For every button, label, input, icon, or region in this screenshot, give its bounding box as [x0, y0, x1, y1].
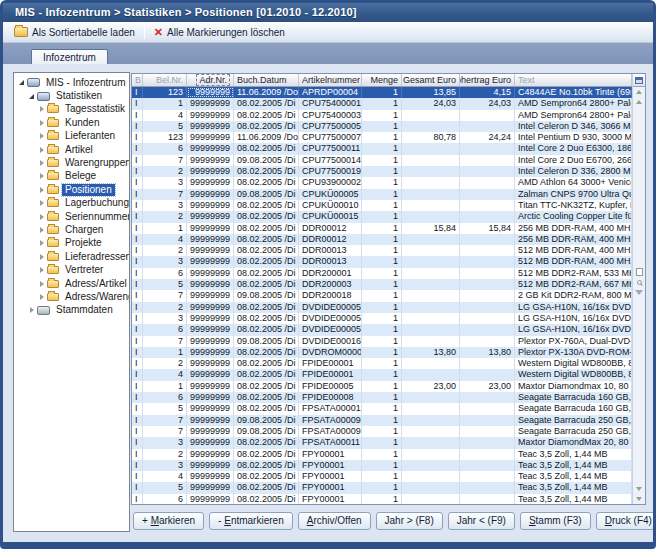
table-row[interactable]: I39999999908.02.2005 /DiFPSATA000111Maxt…	[132, 437, 632, 448]
tree-collapsed-arrow-icon[interactable]	[37, 254, 46, 260]
table-row[interactable]: I1239999999911.06.2009 /DoCPU77500007180…	[132, 132, 632, 143]
table-row[interactable]: I49999999908.02.2005 /DiDDR000121256 MB …	[132, 234, 632, 245]
table-row[interactable]: I29999999908.02.2005 /DiFPY000011Teac 3,…	[132, 449, 632, 460]
table-row[interactable]: I29999999908.02.2005 /DiCPU775000191Inte…	[132, 166, 632, 177]
tree-collapsed-arrow-icon[interactable]	[27, 307, 36, 313]
table-row[interactable]: I79999999909.08.2005 /DiFPSATA000091Seag…	[132, 415, 632, 426]
table-row[interactable]: I69999999908.02.2005 /DiDDR2000011512 MB…	[132, 268, 632, 279]
table-row[interactable]: I49999999908.02.2005 /DiCPU754000031AMD …	[132, 110, 632, 121]
table-row[interactable]: I69999999908.02.2005 /DiFPY000011Teac 3,…	[132, 494, 632, 505]
tree-collapsed-arrow-icon[interactable]	[37, 281, 46, 287]
tree-item-chargen[interactable]: Chargen	[14, 223, 129, 236]
table-row[interactable]: I69999999908.02.2005 /DiCPU775000111Inte…	[132, 143, 632, 154]
scroll-top-icon[interactable]	[636, 87, 642, 97]
grid-scroll-strip[interactable]	[632, 74, 645, 504]
tree-item-projekte[interactable]: Projekte	[14, 237, 129, 250]
tree-item-positionen[interactable]: Positionen	[14, 183, 129, 196]
tree-collapsed-arrow-icon[interactable]	[37, 240, 46, 246]
table-row[interactable]: I79999999909.08.2005 /DiDDR20001812 GB K…	[132, 290, 632, 301]
tree-expanded-arrow-icon[interactable]	[17, 80, 26, 85]
tree-item-lieferadressen[interactable]: Lieferadressen	[14, 250, 129, 263]
tree-expanded-arrow-icon[interactable]	[27, 94, 36, 99]
tree-item-belege[interactable]: Belege	[14, 170, 129, 183]
table-row[interactable]: I29999999908.02.2005 /DiDVDIDE000051LG G…	[132, 302, 632, 313]
filter-icon[interactable]	[635, 287, 643, 297]
table-row[interactable]: I49999999908.02.2005 /DiFPIDE000011Weste…	[132, 369, 632, 380]
table-row[interactable]: I79999999909.08.2005 /DiCPU775000141Inte…	[132, 155, 632, 166]
table-row[interactable]: I69999999908.02.2005 /DiDVDIDE000051LG G…	[132, 324, 632, 335]
tree-collapsed-arrow-icon[interactable]	[37, 214, 46, 220]
table-row[interactable]: I123999999911.06.2009 /DoAPRDP00004113,8…	[132, 87, 632, 98]
table-row[interactable]: I19999999908.02.2005 /DiDDR00012115,8415…	[132, 223, 632, 234]
table-row[interactable]: I59999999908.02.2005 /DiDDR2000031512 MB…	[132, 279, 632, 290]
archive-open-button[interactable]: Archiv/Offen	[298, 512, 371, 530]
tree-collapsed-arrow-icon[interactable]	[37, 133, 46, 139]
column-header-b[interactable]: B	[132, 74, 143, 86]
tree-item-lieferanten[interactable]: Lieferanten	[14, 130, 129, 143]
table-row[interactable]: I39999999908.02.2005 /DiDDR000131512 MB …	[132, 256, 632, 267]
tree-item-warengruppen[interactable]: Warengruppen	[14, 156, 129, 169]
column-header-menge[interactable]: Menge	[362, 74, 402, 86]
column-header-rohertrag-euro[interactable]: Rohertrag Euro	[460, 74, 515, 86]
tree-item-artikel[interactable]: Artikel	[14, 143, 129, 156]
tree-collapsed-arrow-icon[interactable]	[37, 267, 46, 273]
page-icon[interactable]	[636, 267, 643, 277]
table-row[interactable]: I39999999908.02.2005 /DiDVDIDE000051LG G…	[132, 313, 632, 324]
tree-item-stammdaten[interactable]: Stammdaten	[14, 304, 129, 317]
table-row[interactable]: I39999999908.02.2005 /DiCPU939000021AMD …	[132, 177, 632, 188]
print-button[interactable]: Druck (F4)	[596, 512, 656, 530]
table-row[interactable]: I59999999908.02.2005 /DiCPU775000051Inte…	[132, 121, 632, 132]
table-row[interactable]: I79999999909.08.2005 /DiDVDIDE000161Plex…	[132, 336, 632, 347]
table-row[interactable]: I69999999908.02.2005 /DiFPIDE000081Seaga…	[132, 392, 632, 403]
tree-item-statistiken[interactable]: Statistiken	[14, 89, 129, 102]
clear-marks-button[interactable]: ✕ Alle Markierungen löschen	[148, 25, 291, 40]
tree-collapsed-arrow-icon[interactable]	[37, 106, 46, 112]
table-row[interactable]: I29999999908.02.2005 /DiDDR000131512 MB …	[132, 245, 632, 256]
table-row[interactable]: I29999999908.02.2005 /DiFPIDE000011Weste…	[132, 358, 632, 369]
scroll-up-icon[interactable]	[636, 97, 642, 107]
tree-item-adress-warengruppen[interactable]: Adress/Warengruppen	[14, 290, 129, 303]
table-row[interactable]: I19999999908.02.2005 /DiFPIDE00005123,00…	[132, 381, 632, 392]
tree-item-tagesstatistik[interactable]: Tagesstatistik	[14, 103, 129, 116]
table-row[interactable]: I49999999908.02.2005 /DiFPY000011Teac 3,…	[132, 471, 632, 482]
tree-collapsed-arrow-icon[interactable]	[37, 160, 46, 166]
search-icon[interactable]	[637, 277, 642, 287]
table-row[interactable]: I29999999908.02.2005 /DiCPUKÜ000151Arcti…	[132, 211, 632, 222]
tree-item-seriennummern[interactable]: Seriennummern	[14, 210, 129, 223]
tree-collapsed-arrow-icon[interactable]	[37, 200, 46, 206]
column-header-bel-nr[interactable]: Bel.Nr.	[143, 74, 187, 86]
tree-collapsed-arrow-icon[interactable]	[37, 147, 46, 153]
scroll-down-icon[interactable]	[636, 484, 642, 494]
table-row[interactable]: I39999999908.02.2005 /DiCPUKÜ000101Titan…	[132, 200, 632, 211]
scroll-bottom-icon[interactable]	[636, 494, 642, 504]
unmark-button[interactable]: - Entmarkieren	[209, 512, 293, 530]
table-row[interactable]: I79999999909.08.2005 /DiFPSATA000091Seag…	[132, 426, 632, 437]
column-header-gesamt-euro[interactable]: Gesamt Euro	[402, 74, 460, 86]
tree-item-mis-infozentrum[interactable]: MIS - Infozentrum	[14, 76, 129, 89]
load-sort-table-button[interactable]: Als Sortiertabelle laden	[8, 25, 141, 40]
column-header-adr-nr[interactable]: Adr.Nr.	[187, 74, 234, 86]
table-row[interactable]: I79999999909.08.2005 /DiCPUKÜ000051Zalma…	[132, 189, 632, 200]
year-next-button[interactable]: Jahr > (F8)	[376, 512, 443, 530]
tree-collapsed-arrow-icon[interactable]	[37, 294, 46, 300]
title-bar[interactable]: MIS - Infozentrum > Statistiken > Positi…	[3, 3, 653, 22]
mark-button[interactable]: + Markieren	[133, 512, 204, 530]
tree-collapsed-arrow-icon[interactable]	[37, 173, 46, 179]
tree-item-vertreter[interactable]: Vertreter	[14, 263, 129, 276]
table-row[interactable]: I59999999908.02.2005 /DiFPSATA000011Seag…	[132, 403, 632, 414]
tree-collapsed-arrow-icon[interactable]	[37, 187, 46, 193]
tree-collapsed-arrow-icon[interactable]	[37, 120, 46, 126]
tree-item-adress-artikel[interactable]: Adress/Artikel	[14, 277, 129, 290]
column-header-text[interactable]: Text	[515, 74, 632, 86]
column-header-buch-datum[interactable]: Buch.Datum	[234, 74, 299, 86]
table-row[interactable]: I59999999908.02.2005 /DiFPY000011Teac 3,…	[132, 482, 632, 493]
table-row[interactable]: I19999999908.02.2005 /DiCPU75400001124,0…	[132, 98, 632, 109]
tree-item-lagerbuchungen[interactable]: Lagerbuchungen	[14, 197, 129, 210]
tree-collapsed-arrow-icon[interactable]	[37, 227, 46, 233]
table-row[interactable]: I39999999908.02.2005 /DiFPY000011Teac 3,…	[132, 460, 632, 471]
column-chooser-button[interactable]	[633, 74, 646, 87]
year-prev-button[interactable]: Jahr < (F9)	[448, 512, 515, 530]
tree-item-kunden[interactable]: Kunden	[14, 116, 129, 129]
stamm-button[interactable]: Stamm (F3)	[520, 512, 591, 530]
table-row[interactable]: I19999999908.02.2005 /DiDVDROM00001113,8…	[132, 347, 632, 358]
